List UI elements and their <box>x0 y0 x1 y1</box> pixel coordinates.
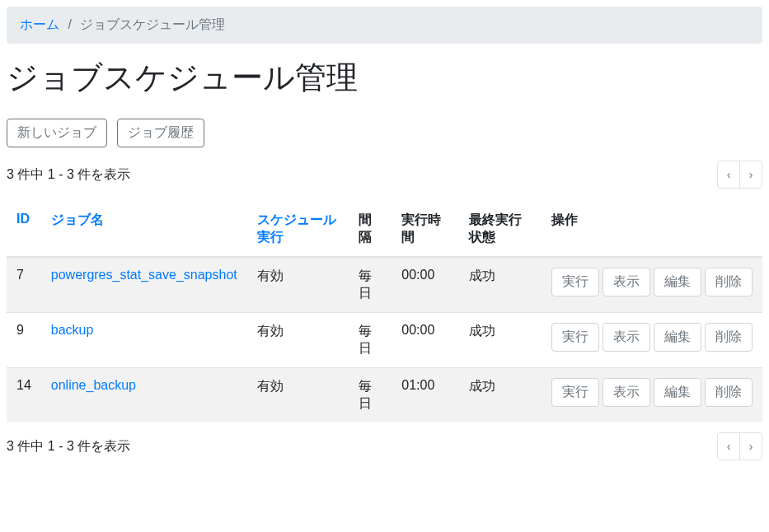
show-button[interactable]: 表示 <box>603 378 650 407</box>
cell-id: 14 <box>7 368 41 423</box>
cell-last-status: 成功 <box>459 313 542 368</box>
toolbar: 新しいジョブ ジョブ履歴 <box>7 119 762 147</box>
run-button[interactable]: 実行 <box>551 323 599 352</box>
edit-button[interactable]: 編集 <box>654 378 701 407</box>
header-last-status: 最終実行状態 <box>459 202 542 257</box>
summary-text-bottom: 3 件中 1 - 3 件を表示 <box>7 438 130 455</box>
job-history-button[interactable]: ジョブ履歴 <box>117 119 204 147</box>
cell-last-status: 成功 <box>459 368 542 423</box>
breadcrumb-home-link[interactable]: ホーム <box>20 17 59 31</box>
pagination-top: 3 件中 1 - 3 件を表示 ‹ › <box>7 161 762 189</box>
pager-prev-button-bottom[interactable]: ‹ <box>717 432 740 460</box>
cell-job-name: backup <box>41 313 247 368</box>
cell-actions: 実行表示編集削除 <box>542 368 762 423</box>
show-button[interactable]: 表示 <box>603 323 650 352</box>
header-actions: 操作 <box>542 202 762 257</box>
table-header-row: ID ジョブ名 スケジュール実行 間隔 実行時間 最終実行状態 操作 <box>7 202 762 257</box>
pagination-bottom: 3 件中 1 - 3 件を表示 ‹ › <box>7 432 762 460</box>
header-schedule-exec: スケジュール実行 <box>247 202 349 257</box>
cell-schedule-exec: 有効 <box>247 313 349 368</box>
new-job-button[interactable]: 新しいジョブ <box>7 119 107 147</box>
cell-id: 7 <box>7 257 41 313</box>
header-interval: 間隔 <box>349 202 392 257</box>
pager-top: ‹ › <box>717 161 762 189</box>
job-name-link[interactable]: backup <box>51 323 94 337</box>
delete-button[interactable]: 削除 <box>705 378 753 407</box>
jobs-table: ID ジョブ名 スケジュール実行 間隔 実行時間 最終実行状態 操作 7powe… <box>7 202 762 422</box>
pager-prev-button[interactable]: ‹ <box>717 161 740 189</box>
breadcrumb: ホーム / ジョブスケジュール管理 <box>7 7 762 44</box>
cell-exec-time: 00:00 <box>392 257 459 313</box>
cell-last-status: 成功 <box>459 257 542 313</box>
sort-id-link[interactable]: ID <box>16 212 30 226</box>
run-button[interactable]: 実行 <box>551 268 599 296</box>
summary-text: 3 件中 1 - 3 件を表示 <box>7 166 130 184</box>
job-name-link[interactable]: online_backup <box>51 378 136 392</box>
run-button[interactable]: 実行 <box>551 378 599 407</box>
cell-schedule-exec: 有効 <box>247 368 349 423</box>
cell-interval: 毎日 <box>349 257 392 313</box>
pager-bottom: ‹ › <box>717 432 762 460</box>
sort-schedule-exec-link[interactable]: スケジュール実行 <box>257 212 336 244</box>
cell-exec-time: 00:00 <box>392 313 459 368</box>
table-row: 7powergres_stat_save_snapshot有効毎日00:00成功… <box>7 257 762 313</box>
cell-job-name: online_backup <box>41 368 247 423</box>
pager-next-button-bottom[interactable]: › <box>739 432 762 460</box>
header-exec-time: 実行時間 <box>392 202 459 257</box>
header-job-name: ジョブ名 <box>41 202 247 257</box>
show-button[interactable]: 表示 <box>603 268 650 296</box>
cell-actions: 実行表示編集削除 <box>542 257 762 313</box>
delete-button[interactable]: 削除 <box>705 323 753 352</box>
delete-button[interactable]: 削除 <box>705 268 753 296</box>
pager-next-button[interactable]: › <box>739 161 762 189</box>
cell-job-name: powergres_stat_save_snapshot <box>41 257 247 313</box>
breadcrumb-current: ジョブスケジュール管理 <box>80 17 225 31</box>
cell-id: 9 <box>7 313 41 368</box>
edit-button[interactable]: 編集 <box>654 323 701 352</box>
cell-exec-time: 01:00 <box>392 368 459 423</box>
table-row: 14online_backup有効毎日01:00成功実行表示編集削除 <box>7 368 762 423</box>
header-id: ID <box>7 202 41 257</box>
cell-actions: 実行表示編集削除 <box>542 313 762 368</box>
job-name-link[interactable]: powergres_stat_save_snapshot <box>51 268 237 282</box>
cell-interval: 毎日 <box>349 368 392 423</box>
table-row: 9backup有効毎日00:00成功実行表示編集削除 <box>7 313 762 368</box>
sort-job-name-link[interactable]: ジョブ名 <box>51 212 104 226</box>
breadcrumb-separator: / <box>68 17 71 31</box>
edit-button[interactable]: 編集 <box>654 268 701 296</box>
cell-schedule-exec: 有効 <box>247 257 349 313</box>
cell-interval: 毎日 <box>349 313 392 368</box>
page-title: ジョブスケジュール管理 <box>7 57 762 99</box>
